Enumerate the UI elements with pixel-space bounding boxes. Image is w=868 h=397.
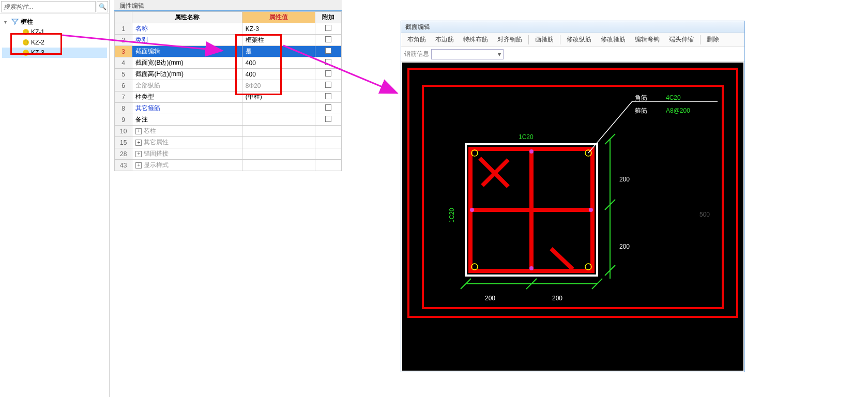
property-row[interactable]: 10+芯柱	[115, 126, 342, 137]
search-button[interactable]: 🔍	[97, 1, 108, 12]
tool-2[interactable]: 特殊布筋	[460, 34, 491, 45]
property-extra[interactable]	[315, 80, 342, 91]
property-extra[interactable]	[315, 103, 342, 114]
tool-3[interactable]: 对齐钢筋	[494, 34, 525, 45]
property-extra[interactable]	[315, 126, 342, 137]
tool-6[interactable]: 修改箍筋	[598, 34, 629, 45]
separator	[528, 35, 529, 44]
property-value[interactable]	[242, 126, 315, 137]
expand-icon[interactable]: +	[135, 151, 142, 157]
property-value[interactable]: (中柱)	[242, 91, 315, 103]
corner-rebar-label: 角筋	[635, 94, 647, 101]
property-row[interactable]: 6全部纵筋8Φ20	[115, 80, 342, 91]
property-row[interactable]: 5截面高(H边)(mm)400	[115, 69, 342, 80]
tool-9[interactable]: 删除	[704, 34, 722, 45]
property-extra[interactable]	[315, 23, 342, 35]
property-row[interactable]: 28+锚固搭接	[115, 148, 342, 160]
property-extra[interactable]	[315, 57, 342, 69]
tree-item-kz3[interactable]: KZ-3	[2, 48, 107, 58]
checkbox-icon[interactable]	[325, 36, 331, 42]
section-toolbar2: 钢筋信息	[401, 47, 744, 62]
property-row[interactable]: 8其它箍筋	[115, 103, 342, 114]
property-row[interactable]: 4截面宽(B边)(mm)400	[115, 57, 342, 69]
property-value[interactable]: 框架柱	[242, 35, 315, 46]
checkbox-icon[interactable]	[325, 93, 331, 99]
property-value[interactable]: 8Φ20	[242, 80, 315, 91]
property-row[interactable]: 43+显示样式	[115, 160, 342, 171]
property-row[interactable]: 1名称KZ-3	[115, 23, 342, 35]
property-value[interactable]: 400	[242, 57, 315, 69]
property-row[interactable]: 15+其它属性	[115, 137, 342, 148]
property-extra[interactable]	[315, 46, 342, 57]
property-name: +显示样式	[132, 160, 242, 171]
property-row[interactable]: 9备注	[115, 114, 342, 126]
rebar-info-combo[interactable]	[431, 49, 504, 59]
property-name: 截面编辑	[132, 46, 242, 57]
property-extra[interactable]	[315, 35, 342, 46]
property-name: 柱类型	[132, 91, 242, 103]
expand-icon[interactable]: +	[135, 162, 142, 169]
section-canvas[interactable]: 角筋 4C20 箍筋 A8@200 1C20 1C20 200 200 200 …	[402, 63, 743, 371]
row-number: 43	[115, 160, 132, 171]
section-title: 截面编辑	[401, 21, 744, 33]
property-value[interactable]	[242, 103, 315, 114]
row-number: 3	[115, 46, 132, 57]
header-extra: 附加	[315, 12, 342, 23]
tool-4[interactable]: 画箍筋	[532, 34, 557, 45]
section-toolbar: 布角筋布边筋特殊布筋对齐钢筋画箍筋修改纵筋修改箍筋编辑弯钩端头伸缩删除	[401, 33, 744, 47]
tree-root[interactable]: ▾ 框柱	[2, 17, 107, 27]
property-value[interactable]: 是	[242, 46, 315, 57]
checkbox-icon[interactable]	[325, 116, 331, 122]
checkbox-icon[interactable]	[325, 104, 331, 111]
svg-point-14	[529, 149, 534, 154]
filter-icon	[11, 18, 19, 25]
property-row[interactable]: 2类别框架柱	[115, 35, 342, 46]
checkbox-icon[interactable]	[325, 48, 331, 54]
tree-item-kz1[interactable]: KZ-1	[2, 27, 107, 37]
property-value[interactable]: 400	[242, 69, 315, 80]
property-value[interactable]: KZ-3	[242, 23, 315, 35]
property-name: 截面高(H边)(mm)	[132, 69, 242, 80]
tree-item-kz2[interactable]: KZ-2	[2, 37, 107, 48]
search-input[interactable]	[1, 1, 96, 12]
cad-drawing: 角筋 4C20 箍筋 A8@200 1C20 1C20 200 200 200 …	[402, 63, 743, 371]
tool-5[interactable]: 修改纵筋	[564, 34, 595, 45]
tool-7[interactable]: 编辑弯钩	[632, 34, 663, 45]
tree-item-label: KZ-2	[31, 39, 44, 46]
row-number: 5	[115, 69, 132, 80]
checkbox-icon[interactable]	[325, 59, 331, 65]
chevron-down-icon: ▾	[4, 19, 9, 25]
tool-0[interactable]: 布角筋	[404, 34, 429, 45]
dim-right-1: 200	[619, 176, 630, 183]
property-extra[interactable]	[315, 69, 342, 80]
property-extra[interactable]	[315, 148, 342, 160]
tool-1[interactable]: 布边筋	[432, 34, 457, 45]
tree-root-label: 框柱	[21, 18, 33, 26]
checkbox-icon[interactable]	[325, 25, 331, 31]
property-extra[interactable]	[315, 137, 342, 148]
expand-icon[interactable]: +	[135, 128, 142, 134]
expand-icon[interactable]: +	[135, 140, 142, 146]
checkbox-icon[interactable]	[325, 70, 331, 77]
property-value[interactable]	[242, 137, 315, 148]
property-value[interactable]	[242, 160, 315, 171]
property-value[interactable]	[242, 114, 315, 126]
property-extra[interactable]	[315, 160, 342, 171]
property-value[interactable]	[242, 148, 315, 160]
svg-point-17	[589, 208, 593, 212]
dim-bottom-2: 200	[552, 295, 562, 302]
checkbox-icon[interactable]	[325, 82, 331, 88]
tool-8[interactable]: 端头伸缩	[666, 34, 697, 45]
dim-bottom-1: 200	[485, 295, 495, 302]
property-extra[interactable]	[315, 91, 342, 103]
row-number: 8	[115, 103, 132, 114]
property-name: 备注	[132, 114, 242, 126]
property-row[interactable]: 7柱类型(中柱)	[115, 91, 342, 103]
row-number: 1	[115, 23, 132, 35]
search-icon: 🔍	[99, 3, 106, 10]
property-row[interactable]: 3截面编辑是	[115, 46, 342, 57]
header-name: 属性名称	[132, 12, 242, 23]
property-extra[interactable]	[315, 114, 342, 126]
tree-item-label: KZ-3	[31, 49, 44, 56]
dim-right-2: 200	[619, 243, 630, 250]
